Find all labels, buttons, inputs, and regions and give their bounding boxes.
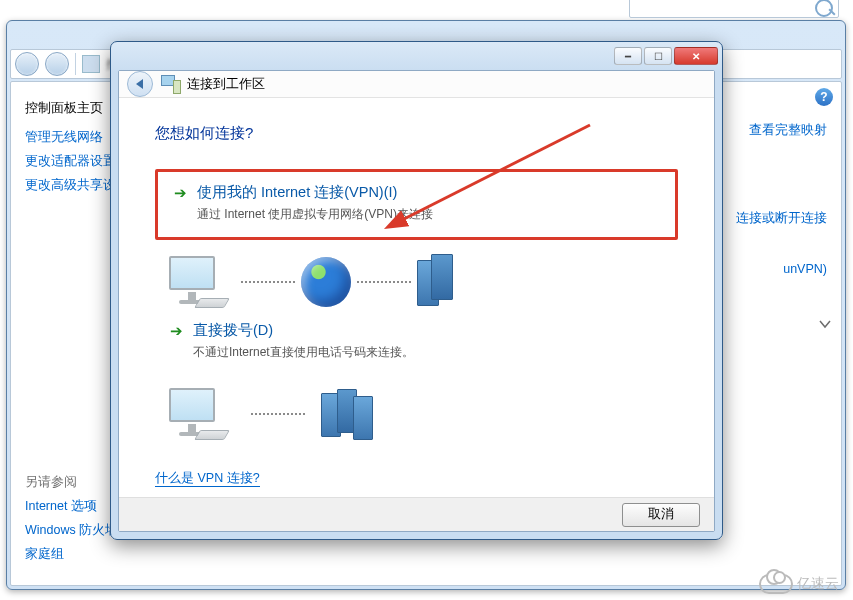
server-icon bbox=[321, 389, 385, 439]
arrow-bullet-icon: ➔ bbox=[174, 183, 187, 203]
dialog-header: 连接到工作区 bbox=[119, 71, 714, 98]
nav-back-icon[interactable] bbox=[15, 52, 39, 76]
connect-link[interactable]: 连接或断开连接 bbox=[736, 210, 827, 227]
illustration-dialup bbox=[167, 386, 678, 442]
nav-forward-icon[interactable] bbox=[45, 52, 69, 76]
option-dialup[interactable]: ➔ 直接拨号(D) 不通过Internet直接使用电话号码来连接。 bbox=[155, 310, 678, 372]
computer-icon bbox=[167, 386, 235, 442]
option-dialup-title: 直接拨号(D) bbox=[193, 321, 414, 340]
help-icon[interactable]: ? bbox=[815, 88, 833, 106]
path-icon bbox=[82, 55, 100, 73]
cloud-icon bbox=[759, 574, 793, 594]
minimize-button[interactable]: ━ bbox=[614, 47, 642, 65]
computer-icon bbox=[167, 254, 235, 310]
what-is-vpn-link[interactable]: 什么是 VPN 连接? bbox=[155, 471, 260, 487]
connect-workplace-dialog: ━ ☐ ✕ 连接到工作区 您想如何连接? bbox=[110, 41, 723, 540]
watermark: 亿速云 bbox=[759, 574, 839, 594]
search-input[interactable] bbox=[629, 0, 839, 18]
help-link-row: 什么是 VPN 连接? bbox=[155, 468, 678, 487]
dialog-title: 连接到工作区 bbox=[187, 76, 265, 93]
illustration-vpn bbox=[167, 254, 678, 310]
workplace-icon bbox=[161, 75, 179, 93]
chevron-down-icon[interactable] bbox=[819, 312, 831, 336]
cancel-button[interactable]: 取消 bbox=[622, 503, 700, 527]
option-dialup-subtitle: 不通过Internet直接使用电话号码来连接。 bbox=[193, 344, 414, 361]
map-link[interactable]: 查看完整映射 bbox=[749, 122, 827, 139]
wizard-back-button[interactable] bbox=[127, 71, 153, 97]
globe-icon bbox=[301, 257, 351, 307]
dialog-titlebar: ━ ☐ ✕ bbox=[111, 42, 722, 70]
option-vpn[interactable]: ➔ 使用我的 Internet 连接(VPN)(I) 通过 Internet 使… bbox=[155, 169, 678, 240]
server-icon bbox=[417, 254, 457, 310]
maximize-button[interactable]: ☐ bbox=[644, 47, 672, 65]
see-also-link[interactable]: 家庭组 bbox=[25, 546, 207, 563]
close-button[interactable]: ✕ bbox=[674, 47, 718, 65]
dialog-body: 您想如何连接? ➔ 使用我的 Internet 连接(VPN)(I) 通过 In… bbox=[119, 98, 714, 497]
dialog-question: 您想如何连接? bbox=[155, 124, 678, 143]
dialog-footer: 取消 bbox=[119, 497, 714, 531]
vpn-item[interactable]: unVPN) bbox=[783, 262, 827, 276]
watermark-text: 亿速云 bbox=[797, 575, 839, 593]
option-vpn-title: 使用我的 Internet 连接(VPN)(I) bbox=[197, 183, 433, 202]
arrow-bullet-icon: ➔ bbox=[170, 321, 183, 341]
option-vpn-subtitle: 通过 Internet 使用虚拟专用网络(VPN)来连接 bbox=[197, 206, 433, 223]
